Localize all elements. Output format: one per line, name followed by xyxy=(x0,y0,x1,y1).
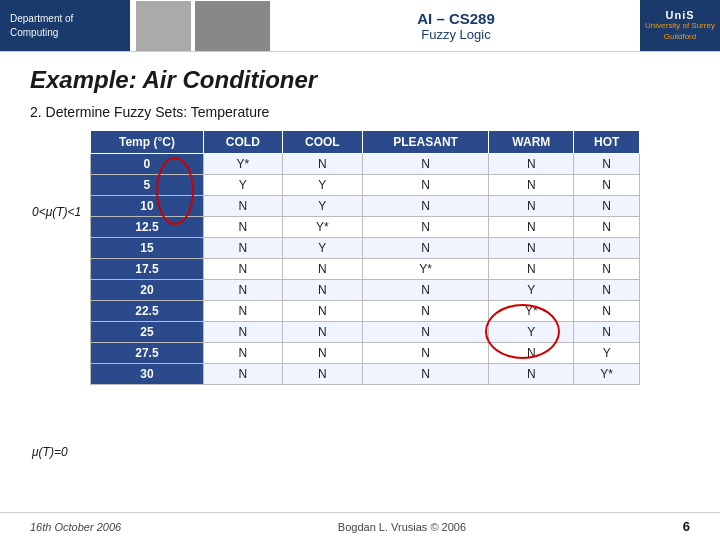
cell-value: Y* xyxy=(203,154,282,175)
uni-sub1: University of Surrey xyxy=(645,21,715,31)
cell-value: N xyxy=(362,322,488,343)
cell-value: N xyxy=(282,301,362,322)
cell-temp: 5 xyxy=(91,175,204,196)
cell-value: N xyxy=(362,217,488,238)
footer-author: Bogdan L. Vrusias © 2006 xyxy=(338,521,466,533)
table-row: 0Y*NNNN xyxy=(91,154,640,175)
cell-value: N xyxy=(282,154,362,175)
page-title: Example: Air Conditioner xyxy=(30,66,690,94)
cell-value: N xyxy=(282,259,362,280)
cell-value: N xyxy=(362,154,488,175)
cell-value: N xyxy=(282,280,362,301)
table-row: 30NNNNY* xyxy=(91,364,640,385)
temperature-table-container: μ(T)=1 Temp (°C) COLD COOL PLEASANT WARM… xyxy=(90,130,690,385)
cell-temp: 17.5 xyxy=(91,259,204,280)
section-label: 2. Determine Fuzzy Sets: Temperature xyxy=(30,104,690,120)
cell-value: N xyxy=(489,154,574,175)
dept-label: Department of Computing xyxy=(0,0,130,51)
table-row: 10NYNNN xyxy=(91,196,640,217)
cell-value: N xyxy=(574,217,640,238)
footer: 16th October 2006 Bogdan L. Vrusias © 20… xyxy=(0,512,720,540)
cell-value: Y xyxy=(489,322,574,343)
cell-value: N xyxy=(203,343,282,364)
cell-value: N xyxy=(489,259,574,280)
cell-temp: 10 xyxy=(91,196,204,217)
cell-value: Y* xyxy=(362,259,488,280)
cell-value: N xyxy=(203,217,282,238)
table-row: 27.5NNNNY xyxy=(91,343,640,364)
cell-value: N xyxy=(362,364,488,385)
cell-value: N xyxy=(489,238,574,259)
table-row: 17.5NNY*NN xyxy=(91,259,640,280)
col-header-cold: COLD xyxy=(203,131,282,154)
cell-value: N xyxy=(574,175,640,196)
cell-value: N xyxy=(574,301,640,322)
col-header-temp: Temp (°C) xyxy=(91,131,204,154)
cell-temp: 15 xyxy=(91,238,204,259)
footer-page: 6 xyxy=(683,519,690,534)
cell-value: N xyxy=(574,322,640,343)
cell-temp: 0 xyxy=(91,154,204,175)
cell-value: N xyxy=(489,217,574,238)
table-row: 12.5NY*NNN xyxy=(91,217,640,238)
table-row: 15NYNNN xyxy=(91,238,640,259)
cell-temp: 27.5 xyxy=(91,343,204,364)
annotation-mu-lt1: 0<μ(T)<1 xyxy=(32,205,81,219)
cell-value: Y xyxy=(574,343,640,364)
cell-value: N xyxy=(574,280,640,301)
cell-temp: 25 xyxy=(91,322,204,343)
cell-value: N xyxy=(574,259,640,280)
col-header-cool: COOL xyxy=(282,131,362,154)
cell-value: Y* xyxy=(574,364,640,385)
cell-value: N xyxy=(574,196,640,217)
cell-temp: 20 xyxy=(91,280,204,301)
dept-text: Department of Computing xyxy=(10,12,120,40)
cell-value: Y xyxy=(489,280,574,301)
header-center: AI – CS289 Fuzzy Logic xyxy=(272,0,640,51)
col-header-hot: HOT xyxy=(574,131,640,154)
cell-value: Y xyxy=(282,175,362,196)
cell-value: N xyxy=(362,238,488,259)
table-row: 20NNNYN xyxy=(91,280,640,301)
cell-value: N xyxy=(203,322,282,343)
cell-value: Y* xyxy=(282,217,362,238)
cell-value: N xyxy=(489,343,574,364)
cell-temp: 22.5 xyxy=(91,301,204,322)
cell-value: Y xyxy=(282,196,362,217)
cell-value: N xyxy=(203,280,282,301)
cell-value: N xyxy=(203,259,282,280)
header: Department of Computing AI – CS289 Fuzzy… xyxy=(0,0,720,52)
cell-value: N xyxy=(282,364,362,385)
cell-value: N xyxy=(489,196,574,217)
cell-value: N xyxy=(282,322,362,343)
cell-value: N xyxy=(362,175,488,196)
fuzzy-sets-table: Temp (°C) COLD COOL PLEASANT WARM HOT 0Y… xyxy=(90,130,640,385)
cell-value: N xyxy=(574,238,640,259)
university-branding: UniS University of Surrey Guildford xyxy=(640,0,720,51)
course-title: AI – CS289 xyxy=(417,10,495,27)
cell-value: N xyxy=(203,238,282,259)
cell-value: N xyxy=(489,175,574,196)
cell-value: N xyxy=(362,301,488,322)
cell-temp: 30 xyxy=(91,364,204,385)
cell-value: Y xyxy=(282,238,362,259)
table-row: 22.5NNNY*N xyxy=(91,301,640,322)
course-subtitle: Fuzzy Logic xyxy=(421,27,490,42)
col-header-warm: WARM xyxy=(489,131,574,154)
cell-temp: 12.5 xyxy=(91,217,204,238)
table-row: 5YYNNN xyxy=(91,175,640,196)
header-image-1 xyxy=(136,1,191,51)
table-body: 0Y*NNNN5YYNNN10NYNNN12.5NY*NNN15NYNNN17.… xyxy=(91,154,640,385)
uni-label: UniS xyxy=(665,9,694,21)
col-header-pleasant: PLEASANT xyxy=(362,131,488,154)
table-row: 25NNNYN xyxy=(91,322,640,343)
cell-value: Y xyxy=(203,175,282,196)
cell-value: Y* xyxy=(489,301,574,322)
table-header: Temp (°C) COLD COOL PLEASANT WARM HOT xyxy=(91,131,640,154)
uni-sub2: Guildford xyxy=(664,32,696,42)
cell-value: N xyxy=(574,154,640,175)
cell-value: N xyxy=(362,280,488,301)
footer-date: 16th October 2006 xyxy=(30,521,121,533)
annotation-mu-0: μ(T)=0 xyxy=(32,445,68,459)
cell-value: N xyxy=(362,343,488,364)
